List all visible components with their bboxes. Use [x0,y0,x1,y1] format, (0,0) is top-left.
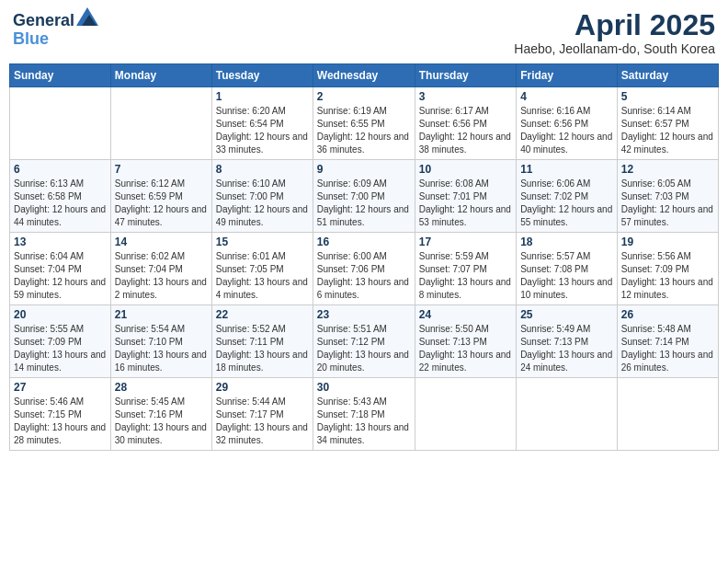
day-info: Sunrise: 5:54 AMSunset: 7:10 PMDaylight:… [115,323,208,374]
day-number: 15 [216,236,309,248]
calendar-cell: 2Sunrise: 6:19 AMSunset: 6:55 PMDaylight… [313,87,415,160]
day-info: Sunrise: 6:19 AMSunset: 6:55 PMDaylight:… [317,105,411,156]
calendar-cell: 4Sunrise: 6:16 AMSunset: 6:56 PMDaylight… [517,87,618,160]
day-number: 22 [216,308,309,321]
day-info: Sunrise: 5:57 AMSunset: 7:08 PMDaylight:… [520,250,613,302]
day-info: Sunrise: 6:14 AMSunset: 6:57 PMDaylight:… [621,105,714,156]
day-info: Sunrise: 5:59 AMSunset: 7:07 PMDaylight:… [419,250,512,302]
calendar-cell: 21Sunrise: 5:54 AMSunset: 7:10 PMDayligh… [110,305,211,378]
calendar-cell: 29Sunrise: 5:44 AMSunset: 7:17 PMDayligh… [211,378,313,451]
day-number: 19 [621,236,714,248]
day-number: 26 [621,308,714,321]
day-number: 1 [216,90,309,103]
weekday-header-sunday: Sunday [10,64,111,87]
weekday-header-monday: Monday [110,64,211,87]
weekday-header-friday: Friday [517,64,618,87]
day-info: Sunrise: 5:43 AMSunset: 7:18 PMDaylight:… [317,396,411,447]
weekday-header-tuesday: Tuesday [211,64,313,87]
day-info: Sunrise: 6:04 AMSunset: 7:04 PMDaylight:… [14,250,107,302]
day-number: 30 [317,381,411,394]
day-info: Sunrise: 6:05 AMSunset: 7:03 PMDaylight:… [621,178,714,229]
calendar-table: SundayMondayTuesdayWednesdayThursdayFrid… [9,63,719,451]
day-number: 10 [419,163,512,176]
logo-blue: Blue [13,29,49,48]
calendar-week-2: 6Sunrise: 6:13 AMSunset: 6:58 PMDaylight… [10,160,719,233]
day-info: Sunrise: 6:09 AMSunset: 7:00 PMDaylight:… [317,178,411,229]
day-number: 20 [14,308,107,321]
day-number: 14 [115,236,208,248]
calendar-cell: 24Sunrise: 5:50 AMSunset: 7:13 PMDayligh… [415,305,516,378]
calendar-cell: 9Sunrise: 6:09 AMSunset: 7:00 PMDaylight… [313,160,415,233]
calendar-cell: 11Sunrise: 6:06 AMSunset: 7:02 PMDayligh… [517,160,618,233]
day-number: 18 [520,236,613,248]
day-info: Sunrise: 6:20 AMSunset: 6:54 PMDaylight:… [216,105,309,156]
day-number: 28 [115,381,208,394]
page-header: General Blue April 2025 Haebo, Jeollanam… [9,9,719,56]
day-info: Sunrise: 5:56 AMSunset: 7:09 PMDaylight:… [621,250,714,302]
logo: General Blue [13,9,98,49]
day-info: Sunrise: 6:17 AMSunset: 6:56 PMDaylight:… [419,105,512,156]
day-number: 21 [115,308,208,321]
day-number: 8 [216,163,309,176]
calendar-cell [110,87,211,160]
day-number: 29 [216,381,309,394]
day-number: 13 [14,236,107,248]
day-number: 3 [419,90,512,103]
calendar-cell: 12Sunrise: 6:05 AMSunset: 7:03 PMDayligh… [617,160,718,233]
calendar-cell: 30Sunrise: 5:43 AMSunset: 7:18 PMDayligh… [313,378,415,451]
day-info: Sunrise: 6:12 AMSunset: 6:59 PMDaylight:… [115,178,208,229]
calendar-cell: 13Sunrise: 6:04 AMSunset: 7:04 PMDayligh… [10,233,111,305]
day-info: Sunrise: 6:02 AMSunset: 7:04 PMDaylight:… [115,250,208,302]
calendar-cell: 7Sunrise: 6:12 AMSunset: 6:59 PMDaylight… [110,160,211,233]
weekday-header-wednesday: Wednesday [313,64,415,87]
calendar-cell: 18Sunrise: 5:57 AMSunset: 7:08 PMDayligh… [517,233,618,305]
day-info: Sunrise: 6:16 AMSunset: 6:56 PMDaylight:… [520,105,613,156]
location: Haebo, Jeollanam-do, South Korea [514,41,715,56]
day-info: Sunrise: 5:48 AMSunset: 7:14 PMDaylight:… [621,323,714,374]
day-number: 9 [317,163,411,176]
day-number: 12 [621,163,714,176]
calendar-cell: 28Sunrise: 5:45 AMSunset: 7:16 PMDayligh… [110,378,211,451]
calendar-cell: 6Sunrise: 6:13 AMSunset: 6:58 PMDaylight… [10,160,111,233]
calendar-cell: 14Sunrise: 6:02 AMSunset: 7:04 PMDayligh… [110,233,211,305]
calendar-cell: 3Sunrise: 6:17 AMSunset: 6:56 PMDaylight… [415,87,516,160]
day-number: 4 [520,90,613,103]
calendar-cell: 15Sunrise: 6:01 AMSunset: 7:05 PMDayligh… [211,233,313,305]
weekday-header-thursday: Thursday [415,64,516,87]
calendar-week-3: 13Sunrise: 6:04 AMSunset: 7:04 PMDayligh… [10,233,719,305]
calendar-cell: 5Sunrise: 6:14 AMSunset: 6:57 PMDaylight… [617,87,718,160]
day-info: Sunrise: 5:50 AMSunset: 7:13 PMDaylight:… [419,323,512,374]
calendar-cell [617,378,718,451]
day-number: 6 [14,163,107,176]
calendar-cell [10,87,111,160]
weekday-header-saturday: Saturday [617,64,718,87]
day-info: Sunrise: 5:52 AMSunset: 7:11 PMDaylight:… [216,323,309,374]
day-info: Sunrise: 6:06 AMSunset: 7:02 PMDaylight:… [520,178,613,229]
calendar-cell: 22Sunrise: 5:52 AMSunset: 7:11 PMDayligh… [211,305,313,378]
calendar-cell: 23Sunrise: 5:51 AMSunset: 7:12 PMDayligh… [313,305,415,378]
day-info: Sunrise: 6:13 AMSunset: 6:58 PMDaylight:… [14,178,107,229]
calendar-cell: 19Sunrise: 5:56 AMSunset: 7:09 PMDayligh… [617,233,718,305]
day-number: 5 [621,90,714,103]
calendar-cell: 10Sunrise: 6:08 AMSunset: 7:01 PMDayligh… [415,160,516,233]
calendar-cell [517,378,618,451]
calendar-week-5: 27Sunrise: 5:46 AMSunset: 7:15 PMDayligh… [10,378,719,451]
day-number: 11 [520,163,613,176]
day-info: Sunrise: 5:46 AMSunset: 7:15 PMDaylight:… [14,396,107,447]
calendar-cell: 8Sunrise: 6:10 AMSunset: 7:00 PMDaylight… [211,160,313,233]
logo-text: General Blue [13,9,98,49]
day-number: 27 [14,381,107,394]
day-number: 25 [520,308,613,321]
day-number: 7 [115,163,208,176]
day-info: Sunrise: 5:55 AMSunset: 7:09 PMDaylight:… [14,323,107,374]
day-info: Sunrise: 6:00 AMSunset: 7:06 PMDaylight:… [317,250,411,302]
day-number: 24 [419,308,512,321]
weekday-header-row: SundayMondayTuesdayWednesdayThursdayFrid… [10,64,719,87]
day-info: Sunrise: 5:49 AMSunset: 7:13 PMDaylight:… [520,323,613,374]
calendar-cell: 16Sunrise: 6:00 AMSunset: 7:06 PMDayligh… [313,233,415,305]
calendar-cell: 20Sunrise: 5:55 AMSunset: 7:09 PMDayligh… [10,305,111,378]
day-info: Sunrise: 5:44 AMSunset: 7:17 PMDaylight:… [216,396,309,447]
calendar-cell: 27Sunrise: 5:46 AMSunset: 7:15 PMDayligh… [10,378,111,451]
day-info: Sunrise: 5:45 AMSunset: 7:16 PMDaylight:… [115,396,208,447]
day-info: Sunrise: 6:08 AMSunset: 7:01 PMDaylight:… [419,178,512,229]
